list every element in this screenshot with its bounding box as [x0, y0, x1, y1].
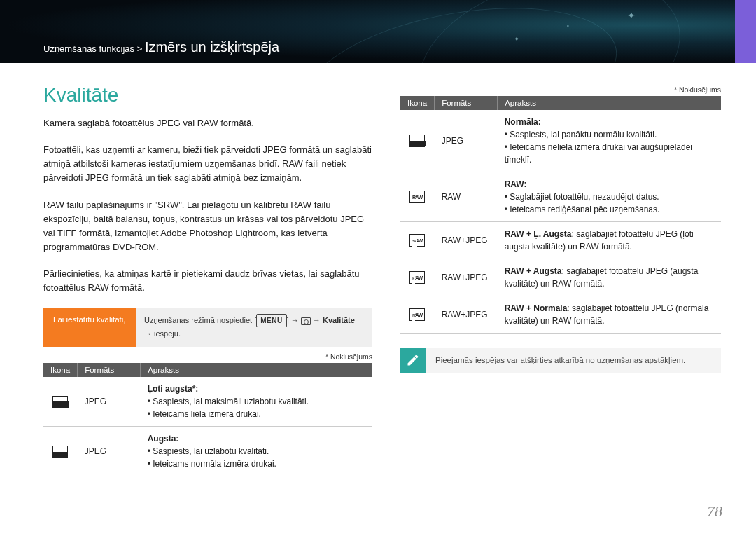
- th-icon: Ikona: [43, 363, 78, 377]
- th-format: Formāts: [78, 363, 141, 377]
- raw-f-icon: RAW: [410, 271, 425, 284]
- table-row: RAW RAW+JPEG RAW + Augsta: saglabājiet f…: [400, 259, 721, 296]
- page-number: 78: [707, 502, 722, 521]
- section-title: Kvalitāte: [43, 84, 372, 106]
- breadcrumb: Uzņemšanas funkcijas > Izmērs un izšķirt…: [43, 39, 279, 55]
- paragraph: RAW failu paplašinājums ir "SRW". Lai pi…: [43, 198, 372, 255]
- desc-cell: Ļoti augsta*: Saspiests, lai maksimāli u…: [141, 377, 372, 427]
- table-row: JPEG Normāla: Saspiests, lai panāktu nor…: [400, 110, 721, 172]
- th-desc: Apraksts: [141, 363, 372, 377]
- quality-icon-n: [410, 135, 425, 147]
- th-format: Formāts: [435, 96, 498, 110]
- table-row: RAW RAW+JPEG RAW + Ļ. Augsta: saglabājie…: [400, 222, 721, 259]
- format-cell: JPEG: [78, 377, 141, 427]
- sparkle-decor: ✦: [514, 35, 519, 43]
- th-desc: Apraksts: [498, 96, 721, 110]
- paragraph: Pārliecinieties, ka atmiņas kartē ir pie…: [43, 267, 372, 295]
- sparkle-decor: ✦: [627, 10, 636, 21]
- format-cell: RAW: [435, 172, 498, 222]
- paragraph: Fotoattēli, kas uzņemti ar kameru, bieži…: [43, 143, 372, 185]
- header-banner: ✦ • ✦ Uzņemšanas funkcijas > Izmērs un i…: [0, 0, 756, 63]
- format-cell: RAW+JPEG: [435, 259, 498, 296]
- desc-cell: RAW + Normāla: saglabājiet fotoattēlu JP…: [498, 296, 721, 334]
- action-box: Lai iestatītu kvalitāti, Uzņemšanas režī…: [43, 308, 372, 347]
- desc-cell: Normāla: Saspiests, lai panāktu normālu …: [498, 110, 721, 172]
- tip-box: Pieejamās iespējas var atšķirties atkarī…: [400, 348, 721, 373]
- desc-cell: Augsta: Saspiests, lai uzlabotu kvalitāt…: [141, 427, 372, 476]
- tip-text: Pieejamās iespējas var atšķirties atkarī…: [426, 349, 695, 371]
- th-icon: Ikona: [400, 96, 435, 110]
- table-row: RAW RAW RAW: Saglabājiet fotoattēlu, nez…: [400, 172, 721, 222]
- default-note: * Noklusējums: [400, 85, 721, 94]
- quality-table-right: Ikona Formāts Apraksts JPEG Normāla: Sas…: [400, 96, 721, 334]
- table-row: JPEG Ļoti augsta*: Saspiests, lai maksim…: [43, 377, 372, 427]
- menu-button-icon: MENU: [256, 314, 286, 327]
- desc-cell: RAW + Ļ. Augsta: saglabājiet fotoattēlu …: [498, 222, 721, 259]
- quality-table-left: Ikona Formāts Apraksts JPEG Ļoti augsta*…: [43, 363, 372, 476]
- pen-note-icon: [400, 348, 426, 373]
- breadcrumb-prefix: Uzņemšanas funkcijas >: [43, 43, 145, 54]
- default-note: * Noklusējums: [43, 352, 372, 361]
- format-cell: RAW+JPEG: [435, 296, 498, 334]
- desc-cell: RAW + Augsta: saglabājiet fotoattēlu JPE…: [498, 259, 721, 296]
- table-row: JPEG Augsta: Saspiests, lai uzlabotu kva…: [43, 427, 372, 476]
- sparkle-decor: •: [567, 22, 569, 29]
- format-cell: JPEG: [78, 427, 141, 476]
- breadcrumb-title: Izmērs un izšķirtspēja: [145, 39, 279, 55]
- raw-sf-icon: RAW: [410, 234, 425, 247]
- left-column: Kvalitāte Kamera saglabā fotoattēlus JPE…: [43, 84, 372, 476]
- raw-n-icon: RAW: [410, 308, 425, 321]
- table-row: RAW RAW+JPEG RAW + Normāla: saglabājiet …: [400, 296, 721, 334]
- format-cell: JPEG: [435, 110, 498, 172]
- paragraph: Kamera saglabā fotoattēlus JPEG vai RAW …: [43, 116, 372, 130]
- quality-icon-sf: [52, 396, 68, 408]
- raw-icon: RAW: [410, 191, 425, 203]
- camera-icon: [301, 317, 311, 325]
- format-cell: RAW+JPEG: [435, 222, 498, 259]
- side-tab: [735, 0, 756, 63]
- quality-icon-f: [52, 446, 68, 458]
- action-instruction: Uzņemšanas režīmā nospiediet [MENU] → → …: [136, 308, 372, 347]
- right-column: * Noklusējums Ikona Formāts Apraksts JPE…: [400, 84, 721, 476]
- desc-cell: RAW: Saglabājiet fotoattēlu, nezaudējot …: [498, 172, 721, 222]
- action-label: Lai iestatītu kvalitāti,: [43, 308, 136, 347]
